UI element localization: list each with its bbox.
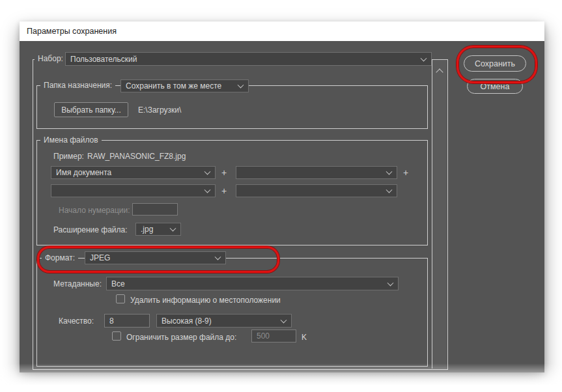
metadata-dropdown[interactable]: Все: [106, 277, 399, 290]
example-filename: RAW_PANASONIC_FZ8.jpg: [87, 152, 186, 161]
begin-numbering-label: Начало нумерации:: [59, 206, 130, 215]
extension-value: .jpg: [141, 225, 153, 234]
chevron-down-icon: [421, 55, 427, 61]
naming-token-dropdown-1[interactable]: Имя документа: [51, 166, 216, 179]
dialog-titlebar[interactable]: Параметры сохранения: [20, 21, 544, 41]
dialog-title: Параметры сохранения: [27, 27, 117, 36]
limit-size-unit: K: [302, 333, 307, 342]
metadata-label: Метаданные:: [53, 279, 102, 288]
quality-preset-value: Высокая (8-9): [162, 316, 212, 326]
chevron-down-icon: [386, 169, 393, 175]
plus-sign: +: [221, 186, 227, 195]
file-naming-label: Имена файлов: [40, 135, 102, 145]
metadata-value: Все: [111, 279, 125, 288]
chevron-down-icon: [281, 316, 287, 323]
dialog-body: Набор: Пользовательский Папка назначения…: [20, 41, 544, 372]
preset-dropdown[interactable]: Пользовательский: [65, 52, 432, 66]
chevron-down-icon: [238, 82, 244, 89]
chevron-down-icon: [387, 279, 394, 286]
preset-label: Набор:: [35, 54, 66, 63]
scroll-up-icon[interactable]: [436, 68, 443, 76]
naming-token-dropdown-4[interactable]: [236, 184, 397, 197]
plus-sign: +: [403, 168, 408, 177]
choose-folder-button[interactable]: Выбрать папку...: [54, 102, 128, 117]
remove-location-checkbox[interactable]: [116, 294, 125, 303]
format-groupbox: [36, 258, 428, 367]
destination-label: Папка назначения:: [40, 81, 115, 90]
chevron-down-icon: [204, 169, 211, 175]
naming-token-dropdown-3[interactable]: [51, 184, 216, 197]
quality-field[interactable]: 8: [104, 314, 150, 328]
quality-preset-dropdown[interactable]: Высокая (8-9): [156, 314, 292, 328]
example-label: Пример:: [53, 152, 84, 161]
preset-value: Пользовательский: [70, 55, 137, 64]
chevron-down-icon: [204, 187, 211, 193]
limit-size-checkbox[interactable]: [112, 331, 121, 341]
destination-path: E:\Загрузки\: [138, 105, 181, 115]
chevron-down-icon: [386, 187, 393, 193]
quality-value: 8: [109, 316, 114, 326]
save-options-dialog: Параметры сохранения Набор: Пользователь…: [20, 21, 544, 372]
plus-sign: +: [221, 168, 227, 177]
scrollbar[interactable]: [432, 60, 447, 369]
naming-token-dropdown-2[interactable]: [236, 166, 397, 179]
annotation-format-highlight: [37, 246, 279, 273]
naming-token-value-1: Имя документа: [56, 168, 111, 177]
begin-numbering-field[interactable]: [132, 203, 178, 216]
annotation-save-highlight: [457, 46, 537, 83]
extension-dropdown[interactable]: .jpg: [135, 223, 181, 236]
limit-size-value: 500: [257, 331, 270, 341]
chevron-down-icon: [170, 225, 176, 232]
quality-label: Качество:: [59, 316, 94, 326]
extension-label: Расширение файла:: [53, 225, 128, 234]
remove-location-label: Удалить информацию о местоположении: [130, 296, 281, 305]
limit-size-field[interactable]: 500: [251, 329, 296, 343]
destination-mode-value: Сохранить в том же месте: [126, 81, 221, 91]
screenshot-canvas: Параметры сохранения Набор: Пользователь…: [0, 0, 562, 392]
limit-size-label: Ограничить размер файла до:: [126, 333, 236, 342]
destination-mode-dropdown[interactable]: Сохранить в том же месте: [120, 79, 249, 92]
choose-folder-button-label: Выбрать папку...: [61, 105, 121, 115]
